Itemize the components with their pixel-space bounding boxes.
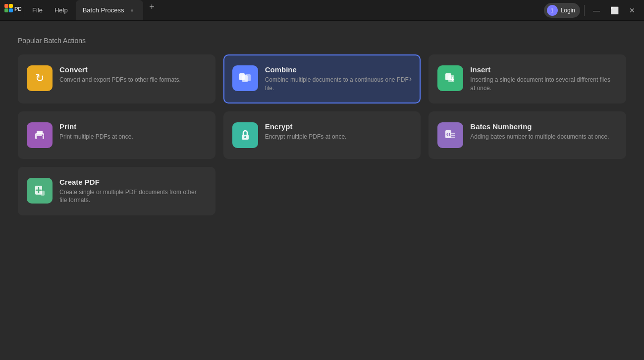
svg-rect-14 (37, 136, 43, 140)
svg-rect-1 (9, 4, 13, 8)
bates-icon: 012 (437, 122, 463, 148)
svg-rect-2 (4, 8, 8, 12)
insert-title: Insert (470, 65, 615, 74)
svg-point-17 (244, 136, 246, 138)
card-bates[interactable]: 012 Bates Numbering Adding bates number … (429, 111, 626, 159)
card-insert[interactable]: Insert Inserting a single document into … (429, 54, 626, 103)
combine-title: Combine (265, 65, 410, 74)
print-icon (27, 122, 53, 148)
card-print[interactable]: Print Print multiple PDFs at once. (18, 111, 215, 159)
svg-rect-3 (9, 8, 13, 12)
login-label: Login (561, 7, 575, 14)
titlebar: PDF File Help Batch Process × + 1 Login … (0, 0, 644, 21)
bates-title: Bates Numbering (470, 122, 615, 131)
svg-rect-13 (37, 131, 43, 134)
tab-label: Batch Process (83, 6, 124, 14)
create-desc: Create single or multiple PDF documents … (59, 188, 205, 205)
tab-close-button[interactable]: × (128, 6, 136, 14)
minimize-button[interactable]: — (589, 2, 604, 18)
encrypt-icon (232, 122, 258, 148)
combine-desc: Combine multiple documents to a continuo… (265, 76, 410, 93)
card-convert[interactable]: Convert Convert and export PDFs to other… (18, 54, 215, 103)
tab-area: Batch Process × + (76, 0, 544, 20)
encrypt-title: Encrypt (265, 122, 410, 131)
combine-arrow: › (409, 74, 412, 83)
insert-desc: Inserting a single document into several… (470, 76, 615, 93)
card-encrypt[interactable]: Encrypt Encrypt multiple PDFs at once. (223, 111, 421, 159)
titlebar-right: 1 Login — ⬜ ✕ (544, 2, 640, 18)
section-title: Popular Batch Actions (18, 37, 626, 45)
print-desc: Print multiple PDFs at once. (59, 133, 205, 141)
print-title: Print (59, 122, 205, 131)
card-create[interactable]: Create PDF Create single or multiple PDF… (18, 167, 215, 216)
tab-batch-process[interactable]: Batch Process × (76, 0, 143, 20)
combine-icon (232, 65, 258, 91)
svg-point-15 (42, 134, 44, 136)
svg-rect-26 (41, 191, 45, 196)
maximize-button[interactable]: ⬜ (606, 2, 622, 18)
insert-icon (437, 65, 463, 91)
menu-file[interactable]: File (26, 4, 49, 16)
svg-text:PDF: PDF (14, 6, 21, 12)
app-logo: PDF (4, 3, 22, 17)
divider2 (584, 5, 585, 16)
actions-grid: Convert Convert and export PDFs to other… (18, 54, 626, 215)
account-button[interactable]: 1 Login (544, 3, 580, 18)
bates-desc: Adding bates number to multiple document… (470, 133, 615, 141)
main-content: Popular Batch Actions Convert Convert an… (0, 21, 644, 231)
create-title: Create PDF (59, 178, 205, 186)
close-button[interactable]: ✕ (624, 2, 640, 18)
svg-rect-0 (4, 4, 8, 8)
card-combine[interactable]: Combine Combine multiple documents to a … (223, 54, 421, 103)
convert-desc: Convert and export PDFs to other file fo… (59, 76, 205, 84)
encrypt-desc: Encrypt multiple PDFs at once. (265, 133, 410, 141)
menu-help[interactable]: Help (49, 4, 74, 16)
account-count: 1 (551, 7, 554, 13)
avatar: 1 (547, 5, 558, 16)
new-tab-button[interactable]: + (145, 0, 159, 14)
convert-title: Convert (59, 65, 205, 74)
create-icon (27, 178, 53, 204)
svg-rect-7 (245, 74, 251, 81)
convert-icon (27, 65, 53, 91)
divider (24, 5, 24, 16)
